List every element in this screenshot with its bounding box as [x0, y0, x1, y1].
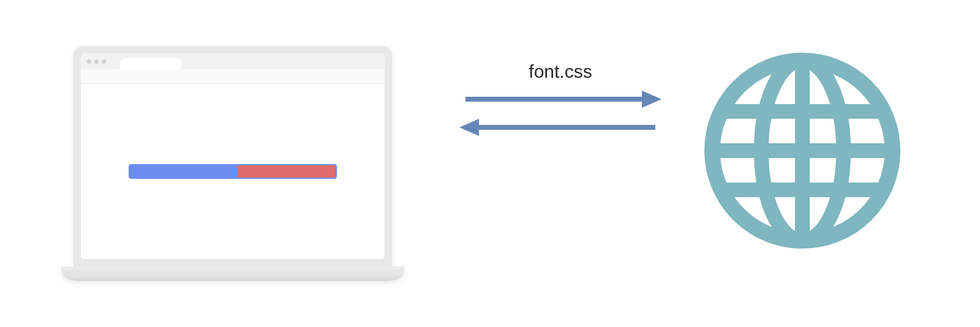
traffic-light-dot: [94, 59, 99, 64]
svg-marker-1: [642, 91, 662, 108]
font-loading-diagram: font.css: [0, 0, 980, 327]
laptop-screen: [81, 53, 385, 259]
laptop-screen-frame: [74, 46, 392, 266]
traffic-light-dot: [102, 59, 106, 64]
browser-tab: [120, 58, 181, 69]
progress-bar: [129, 164, 337, 179]
browser-viewport: [81, 84, 385, 259]
laptop-base: [61, 266, 404, 281]
svg-marker-3: [459, 119, 479, 136]
arrow-label: font.css: [459, 61, 662, 82]
request-response-arrows: font.css: [459, 61, 662, 140]
traffic-light-dot: [87, 59, 91, 64]
browser-chrome: [81, 53, 385, 69]
arrow-left-icon: [459, 115, 662, 140]
globe-icon: [704, 53, 900, 249]
laptop-icon: [61, 46, 404, 291]
progress-bar-fill: [237, 165, 336, 178]
arrow-right-icon: [459, 87, 662, 111]
browser-url-bar: [81, 69, 385, 84]
